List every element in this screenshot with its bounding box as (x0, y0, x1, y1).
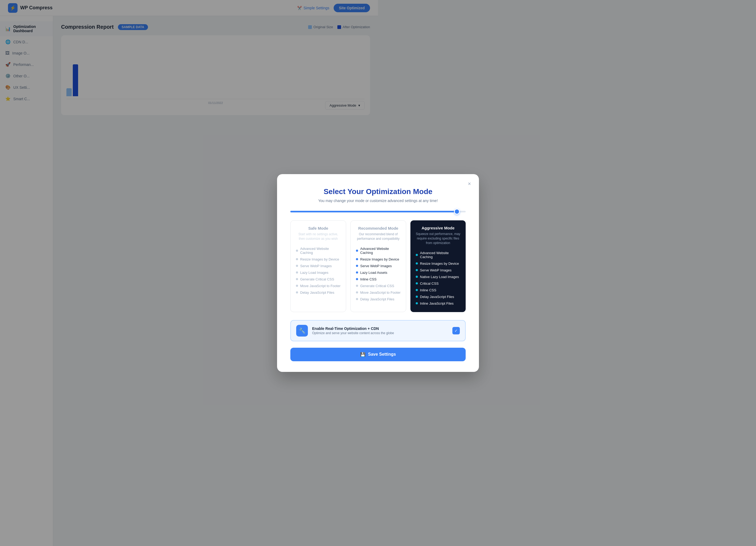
feature-dot (296, 285, 298, 287)
feature-label: Serve WebP Images (300, 264, 332, 268)
list-item: Delay JavaScript Files (296, 289, 341, 296)
feature-label: Delay JavaScript Files (360, 297, 378, 301)
modal-title: Select Your Optimization Mode (290, 187, 378, 196)
feature-dot (296, 291, 298, 294)
safe-mode-desc: Start with no settings active, then cust… (296, 232, 341, 241)
cdn-toggle-box[interactable]: 🔧 Enable Real-Time Optimization + CDN Op… (290, 320, 378, 341)
feature-dot (356, 249, 358, 252)
list-item: Advanced Website Caching (356, 245, 378, 256)
feature-label: Generate Critical CSS (360, 284, 378, 288)
feature-dot (356, 298, 358, 300)
feature-dot (356, 285, 358, 287)
save-icon: 💾 (360, 352, 366, 357)
recommended-mode-features: Advanced Website Caching Resize Images b… (356, 245, 378, 303)
feature-label: Delay JavaScript Files (300, 291, 334, 295)
feature-dot (296, 258, 298, 260)
mode-columns: Safe Mode Start with no settings active,… (290, 220, 378, 312)
save-button-label: Save Settings (368, 352, 378, 357)
list-item: Serve WebP Images (296, 262, 341, 269)
list-item: Advanced Website Caching (296, 245, 341, 256)
safe-mode-column[interactable]: Safe Mode Start with no settings active,… (290, 220, 346, 312)
recommended-mode-column[interactable]: Recommended Mode Our recommended blend o… (350, 220, 378, 312)
feature-dot (356, 291, 358, 294)
list-item: Delay JavaScript Files (356, 296, 378, 303)
safe-mode-features: Advanced Website Caching Resize Images b… (296, 245, 341, 296)
feature-label: Inline CSS (360, 277, 376, 281)
feature-label: Serve WebP Images (360, 264, 378, 268)
save-settings-button[interactable]: 💾 Save Settings (290, 348, 378, 361)
list-item: Serve WebP Images (356, 262, 378, 269)
cdn-toggle-description: Optimize and serve your website content … (312, 331, 378, 335)
feature-label: Move JavaScript to Footer (360, 291, 378, 295)
feature-label: Advanced Website Caching (360, 247, 378, 255)
feature-dot (356, 265, 358, 267)
list-item: Move JavaScript to Footer (296, 283, 341, 289)
cdn-toggle-title: Enable Real-Time Optimization + CDN (312, 327, 378, 331)
modal-overlay[interactable]: × Select Your Optimization Mode You may … (0, 0, 378, 546)
recommended-mode-title: Recommended Mode (356, 226, 378, 230)
list-item: Resize Images by Device (356, 256, 378, 262)
feature-label: Generate Critical CSS (300, 277, 334, 281)
list-item: Lazy Load Assets (356, 269, 378, 276)
feature-label: Advanced Website Caching (300, 247, 341, 255)
feature-label: Lazy Load Assets (360, 270, 378, 275)
list-item: Generate Critical CSS (356, 283, 378, 289)
cdn-toggle-text: Enable Real-Time Optimization + CDN Opti… (312, 327, 378, 335)
list-item: Resize Images by Device (296, 256, 341, 262)
recommended-mode-desc: Our recommended blend of performance and… (356, 232, 378, 241)
list-item: Lazy Load Images (296, 269, 341, 276)
modal-subtitle: You may change your mode or customize ad… (290, 198, 378, 203)
feature-dot (356, 271, 358, 274)
feature-label: Move JavaScript to Footer (300, 284, 341, 288)
feature-label: Lazy Load Images (300, 270, 328, 275)
cdn-toggle-icon: 🔧 (296, 325, 308, 337)
list-item: Inline CSS (356, 276, 378, 283)
feature-label: Resize Images by Device (360, 257, 378, 261)
list-item: Move JavaScript to Footer (356, 289, 378, 296)
optimization-mode-modal: × Select Your Optimization Mode You may … (277, 174, 378, 372)
feature-dot (296, 249, 298, 252)
feature-dot (296, 265, 298, 267)
mode-slider-track (290, 211, 378, 212)
feature-dot (296, 271, 298, 274)
feature-dot (296, 278, 298, 280)
safe-mode-title: Safe Mode (296, 226, 341, 230)
slider-fill (290, 211, 378, 212)
feature-dot (356, 278, 358, 280)
list-item: Generate Critical CSS (296, 276, 341, 283)
feature-dot (356, 258, 358, 260)
feature-label: Resize Images by Device (300, 257, 339, 261)
mode-slider-container (290, 211, 378, 212)
